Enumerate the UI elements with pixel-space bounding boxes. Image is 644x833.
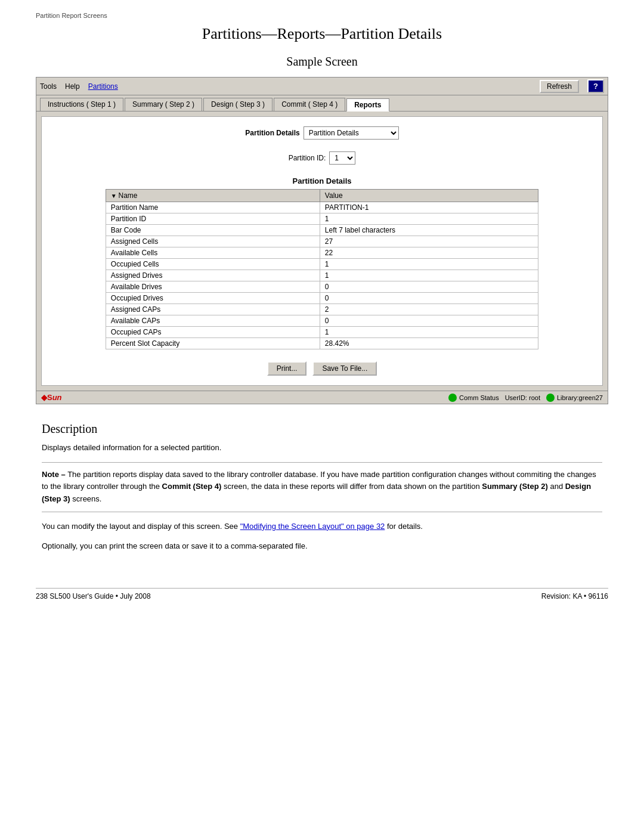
menu-help[interactable]: Help	[65, 82, 80, 91]
breadcrumb: Partition Report Screens	[36, 12, 608, 19]
table-row: Percent Slot Capacity28.42%	[106, 338, 538, 349]
footer-bar: 238 SL500 User's Guide • July 2008 Revis…	[36, 588, 608, 600]
para2-suffix: for details.	[387, 522, 423, 531]
row-value: 1	[320, 327, 538, 338]
app-window: Tools Help Partitions Refresh ? Instruct…	[36, 77, 608, 404]
table-row: Available Drives0	[106, 281, 538, 293]
table-row: Assigned Cells27	[106, 236, 538, 247]
row-value: 2	[320, 304, 538, 315]
description-para3: Optionally, you can print the screen dat…	[42, 540, 602, 552]
note-label: Note –	[42, 470, 66, 479]
menubar: Tools Help Partitions Refresh ?	[36, 78, 608, 95]
status-bar: ◆Sun Comm Status UserID: root Library:gr…	[36, 391, 608, 404]
library-status: Library:green27	[546, 394, 603, 402]
note-box: Note – The partition reports display dat…	[42, 462, 602, 512]
row-name: Partition Name	[106, 202, 320, 213]
table-row: Occupied CAPs1	[106, 327, 538, 338]
footer-left: 238 SL500 User's Guide • July 2008	[36, 592, 151, 600]
row-name: Assigned Drives	[106, 270, 320, 281]
row-name: Available Drives	[106, 281, 320, 293]
tab-design[interactable]: Design ( Step 3 )	[203, 98, 273, 111]
action-buttons: Print... Save To File...	[51, 361, 593, 376]
note-middle: screen, the data in these reports will d…	[224, 482, 482, 491]
note-text: Note – The partition reports display dat…	[42, 469, 602, 506]
comm-status-icon	[448, 394, 457, 402]
row-name: Percent Slot Capacity	[106, 338, 320, 349]
menu-tools[interactable]: Tools	[40, 82, 57, 91]
table-row: Occupied Cells1	[106, 259, 538, 270]
print-button[interactable]: Print...	[267, 361, 307, 376]
menu-partitions[interactable]: Partitions	[88, 82, 118, 91]
layout-link[interactable]: "Modifying the Screen Layout" on page 32	[240, 522, 385, 531]
col-value-header: Value	[320, 190, 538, 202]
row-value: PARTITION-1	[320, 202, 538, 213]
note-commit: Commit (Step 4)	[162, 482, 222, 491]
description-title: Description	[42, 422, 602, 436]
tab-instructions[interactable]: Instructions ( Step 1 )	[40, 98, 123, 111]
library-label: Library:green27	[557, 394, 603, 401]
row-name: Bar Code	[106, 225, 320, 236]
table-row: Occupied Drives0	[106, 293, 538, 304]
table-row: Available CAPs0	[106, 315, 538, 327]
row-value: 0	[320, 315, 538, 327]
partition-id-select[interactable]: 1 2 3	[329, 151, 355, 165]
row-value: 1	[320, 270, 538, 281]
description-section: Description Displays detailed informatio…	[36, 422, 608, 552]
user-id: UserID: root	[505, 394, 540, 401]
comm-status-label: Comm Status	[459, 394, 499, 401]
help-button[interactable]: ?	[587, 79, 604, 93]
tab-commit[interactable]: Commit ( Step 4 )	[274, 98, 345, 111]
description-para1: Displays detailed information for a sele…	[42, 442, 602, 454]
report-selector: Partition Details Partition Details Part…	[51, 126, 593, 140]
footer-right: Revision: KA • 96116	[541, 592, 608, 600]
table-row: Partition ID1	[106, 213, 538, 225]
library-status-icon	[546, 394, 555, 402]
tab-summary[interactable]: Summary ( Step 2 )	[125, 98, 202, 111]
row-value: 27	[320, 236, 538, 247]
row-value: 0	[320, 281, 538, 293]
report-type-select[interactable]: Partition Details Partition Summary Driv…	[304, 126, 399, 140]
table-row: Available Cells22	[106, 247, 538, 259]
row-name: Assigned Cells	[106, 236, 320, 247]
row-value: 0	[320, 293, 538, 304]
app-content: Partition Details Partition Details Part…	[41, 116, 603, 386]
row-value: Left 7 label characters	[320, 225, 538, 236]
details-table: Name Value Partition NamePARTITION-1Part…	[106, 189, 538, 349]
description-para2: You can modify the layout and display of…	[42, 521, 602, 532]
page-title: Partitions—Reports—Partition Details	[36, 25, 608, 43]
col-name-header[interactable]: Name	[106, 190, 320, 202]
table-row: Assigned CAPs2	[106, 304, 538, 315]
tab-reports[interactable]: Reports	[346, 98, 389, 112]
row-value: 1	[320, 259, 538, 270]
tabs-bar: Instructions ( Step 1 ) Summary ( Step 2…	[36, 95, 608, 112]
sun-logo: ◆Sun	[41, 393, 62, 402]
note-and: and	[550, 482, 565, 491]
table-row: Partition NamePARTITION-1	[106, 202, 538, 213]
partition-details-heading: Partition Details	[51, 176, 593, 185]
row-name: Occupied Drives	[106, 293, 320, 304]
partition-id-label: Partition ID:	[289, 154, 326, 162]
note-summary: Summary (Step 2)	[482, 482, 548, 491]
refresh-button[interactable]: Refresh	[540, 80, 579, 93]
para2-prefix: You can modify the layout and display of…	[42, 522, 240, 531]
comm-status: Comm Status	[448, 394, 499, 402]
row-name: Available Cells	[106, 247, 320, 259]
row-value: 22	[320, 247, 538, 259]
row-value: 28.42%	[320, 338, 538, 349]
row-name: Partition ID	[106, 213, 320, 225]
table-row: Assigned Drives1	[106, 270, 538, 281]
report-selector-label: Partition Details	[245, 129, 299, 137]
row-name: Occupied CAPs	[106, 327, 320, 338]
row-value: 1	[320, 213, 538, 225]
row-name: Occupied Cells	[106, 259, 320, 270]
sample-screen-label: Sample Screen	[36, 55, 608, 69]
save-button[interactable]: Save To File...	[312, 361, 377, 376]
row-name: Assigned CAPs	[106, 304, 320, 315]
partition-id-row: Partition ID: 1 2 3	[51, 151, 593, 165]
table-row: Bar CodeLeft 7 label characters	[106, 225, 538, 236]
note-end: screens.	[72, 494, 101, 503]
row-name: Available CAPs	[106, 315, 320, 327]
